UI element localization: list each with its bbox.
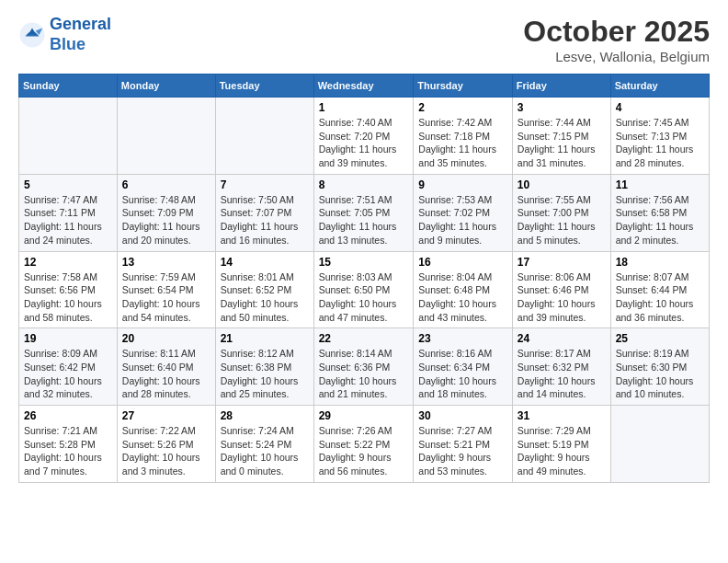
calendar-cell: 8Sunrise: 7:51 AM Sunset: 7:05 PM Daylig… — [313, 174, 414, 251]
day-info: Sunrise: 7:50 AM Sunset: 7:07 PM Dayligh… — [221, 193, 309, 247]
day-number: 23 — [418, 332, 507, 345]
day-number: 31 — [518, 409, 606, 422]
logo-text: General Blue — [50, 15, 111, 54]
calendar-cell: 22Sunrise: 8:14 AM Sunset: 6:36 PM Dayli… — [313, 328, 414, 406]
day-number: 5 — [24, 178, 112, 191]
week-row-3: 19Sunrise: 8:09 AM Sunset: 6:42 PM Dayli… — [19, 328, 710, 406]
day-number: 9 — [418, 178, 507, 191]
calendar-cell: 28Sunrise: 7:24 AM Sunset: 5:24 PM Dayli… — [215, 406, 313, 483]
calendar-cell: 9Sunrise: 7:53 AM Sunset: 7:02 PM Daylig… — [414, 174, 513, 251]
day-info: Sunrise: 7:47 AM Sunset: 7:11 PM Dayligh… — [24, 193, 112, 247]
day-info: Sunrise: 7:59 AM Sunset: 6:54 PM Dayligh… — [122, 270, 210, 325]
day-info: Sunrise: 7:51 AM Sunset: 7:05 PM Dayligh… — [319, 193, 409, 247]
week-row-0: 1Sunrise: 7:40 AM Sunset: 7:20 PM Daylig… — [19, 98, 710, 175]
day-number: 7 — [221, 178, 309, 191]
day-info: Sunrise: 7:44 AM Sunset: 7:15 PM Dayligh… — [518, 116, 606, 170]
day-number: 26 — [24, 409, 112, 422]
day-info: Sunrise: 8:07 AM Sunset: 6:44 PM Dayligh… — [616, 270, 704, 325]
day-info: Sunrise: 7:48 AM Sunset: 7:09 PM Dayligh… — [122, 193, 210, 247]
day-info: Sunrise: 8:14 AM Sunset: 6:36 PM Dayligh… — [319, 347, 409, 401]
calendar-cell — [610, 406, 709, 483]
day-number: 18 — [616, 256, 704, 269]
calendar-cell: 18Sunrise: 8:07 AM Sunset: 6:44 PM Dayli… — [610, 251, 709, 328]
day-number: 21 — [221, 332, 309, 345]
day-info: Sunrise: 7:45 AM Sunset: 7:13 PM Dayligh… — [616, 116, 704, 170]
day-info: Sunrise: 7:55 AM Sunset: 7:00 PM Dayligh… — [518, 193, 606, 247]
logo-line2: Blue — [50, 35, 85, 53]
calendar-cell: 21Sunrise: 8:12 AM Sunset: 6:38 PM Dayli… — [215, 328, 313, 406]
logo-icon — [18, 21, 46, 49]
calendar-cell: 29Sunrise: 7:26 AM Sunset: 5:22 PM Dayli… — [313, 406, 414, 483]
day-info: Sunrise: 8:17 AM Sunset: 6:32 PM Dayligh… — [518, 347, 606, 401]
calendar-cell: 10Sunrise: 7:55 AM Sunset: 7:00 PM Dayli… — [512, 174, 610, 251]
day-info: Sunrise: 7:40 AM Sunset: 7:20 PM Dayligh… — [319, 116, 409, 170]
calendar-cell: 11Sunrise: 7:56 AM Sunset: 6:58 PM Dayli… — [610, 174, 709, 251]
logo: General Blue — [18, 15, 111, 54]
calendar-table: Sunday Monday Tuesday Wednesday Thursday… — [18, 74, 710, 483]
calendar-cell — [19, 98, 118, 175]
day-info: Sunrise: 7:58 AM Sunset: 6:56 PM Dayligh… — [24, 270, 112, 325]
calendar-cell: 23Sunrise: 8:16 AM Sunset: 6:34 PM Dayli… — [414, 328, 513, 406]
day-number: 28 — [221, 409, 309, 422]
day-number: 6 — [122, 178, 210, 191]
calendar-body: 1Sunrise: 7:40 AM Sunset: 7:20 PM Daylig… — [19, 98, 710, 483]
calendar-cell: 30Sunrise: 7:27 AM Sunset: 5:21 PM Dayli… — [414, 406, 513, 483]
header-friday: Friday — [512, 75, 610, 98]
day-number: 19 — [24, 332, 112, 345]
day-number: 3 — [518, 101, 606, 114]
day-info: Sunrise: 8:09 AM Sunset: 6:42 PM Dayligh… — [24, 347, 112, 401]
header-sunday: Sunday — [19, 75, 118, 98]
day-number: 2 — [418, 101, 507, 114]
day-number: 15 — [319, 256, 409, 269]
calendar-cell: 20Sunrise: 8:11 AM Sunset: 6:40 PM Dayli… — [117, 328, 215, 406]
logo-line1: General — [50, 15, 111, 33]
day-number: 25 — [616, 332, 704, 345]
day-number: 11 — [616, 178, 704, 191]
calendar-cell: 6Sunrise: 7:48 AM Sunset: 7:09 PM Daylig… — [117, 174, 215, 251]
calendar-cell: 14Sunrise: 8:01 AM Sunset: 6:52 PM Dayli… — [215, 251, 313, 328]
calendar-cell: 17Sunrise: 8:06 AM Sunset: 6:46 PM Dayli… — [512, 251, 610, 328]
day-number: 17 — [518, 256, 606, 269]
calendar-header: Sunday Monday Tuesday Wednesday Thursday… — [19, 75, 710, 98]
calendar-cell: 3Sunrise: 7:44 AM Sunset: 7:15 PM Daylig… — [512, 98, 610, 175]
day-info: Sunrise: 7:22 AM Sunset: 5:26 PM Dayligh… — [122, 424, 210, 478]
calendar-cell: 25Sunrise: 8:19 AM Sunset: 6:30 PM Dayli… — [610, 328, 709, 406]
day-info: Sunrise: 7:24 AM Sunset: 5:24 PM Dayligh… — [221, 424, 309, 478]
calendar-cell: 19Sunrise: 8:09 AM Sunset: 6:42 PM Dayli… — [19, 328, 118, 406]
day-info: Sunrise: 8:03 AM Sunset: 6:50 PM Dayligh… — [319, 270, 409, 325]
title-block: October 2025 Lesve, Wallonia, Belgium — [523, 15, 710, 64]
day-number: 24 — [518, 332, 606, 345]
day-number: 27 — [122, 409, 210, 422]
header: General Blue October 2025 Lesve, Walloni… — [18, 15, 710, 64]
header-saturday: Saturday — [610, 75, 709, 98]
day-info: Sunrise: 7:21 AM Sunset: 5:28 PM Dayligh… — [24, 424, 112, 478]
month-title: October 2025 — [523, 15, 710, 49]
calendar-cell: 4Sunrise: 7:45 AM Sunset: 7:13 PM Daylig… — [610, 98, 709, 175]
calendar-cell: 1Sunrise: 7:40 AM Sunset: 7:20 PM Daylig… — [313, 98, 414, 175]
week-row-1: 5Sunrise: 7:47 AM Sunset: 7:11 PM Daylig… — [19, 174, 710, 251]
day-number: 8 — [319, 178, 409, 191]
day-info: Sunrise: 8:04 AM Sunset: 6:48 PM Dayligh… — [418, 270, 507, 325]
day-number: 13 — [122, 256, 210, 269]
day-number: 14 — [221, 256, 309, 269]
week-row-4: 26Sunrise: 7:21 AM Sunset: 5:28 PM Dayli… — [19, 406, 710, 483]
location: Lesve, Wallonia, Belgium — [523, 49, 710, 64]
calendar-cell: 16Sunrise: 8:04 AM Sunset: 6:48 PM Dayli… — [414, 251, 513, 328]
calendar-cell: 15Sunrise: 8:03 AM Sunset: 6:50 PM Dayli… — [313, 251, 414, 328]
header-row: Sunday Monday Tuesday Wednesday Thursday… — [19, 75, 710, 98]
header-monday: Monday — [117, 75, 215, 98]
calendar-cell: 5Sunrise: 7:47 AM Sunset: 7:11 PM Daylig… — [19, 174, 118, 251]
header-tuesday: Tuesday — [215, 75, 313, 98]
day-info: Sunrise: 7:42 AM Sunset: 7:18 PM Dayligh… — [418, 116, 507, 170]
day-info: Sunrise: 8:11 AM Sunset: 6:40 PM Dayligh… — [122, 347, 210, 401]
day-info: Sunrise: 8:12 AM Sunset: 6:38 PM Dayligh… — [221, 347, 309, 401]
day-info: Sunrise: 8:06 AM Sunset: 6:46 PM Dayligh… — [518, 270, 606, 325]
calendar-cell: 24Sunrise: 8:17 AM Sunset: 6:32 PM Dayli… — [512, 328, 610, 406]
day-number: 20 — [122, 332, 210, 345]
calendar-cell: 31Sunrise: 7:29 AM Sunset: 5:19 PM Dayli… — [512, 406, 610, 483]
day-info: Sunrise: 8:01 AM Sunset: 6:52 PM Dayligh… — [221, 270, 309, 325]
week-row-2: 12Sunrise: 7:58 AM Sunset: 6:56 PM Dayli… — [19, 251, 710, 328]
calendar-cell — [215, 98, 313, 175]
day-info: Sunrise: 7:29 AM Sunset: 5:19 PM Dayligh… — [518, 424, 606, 478]
day-number: 22 — [319, 332, 409, 345]
